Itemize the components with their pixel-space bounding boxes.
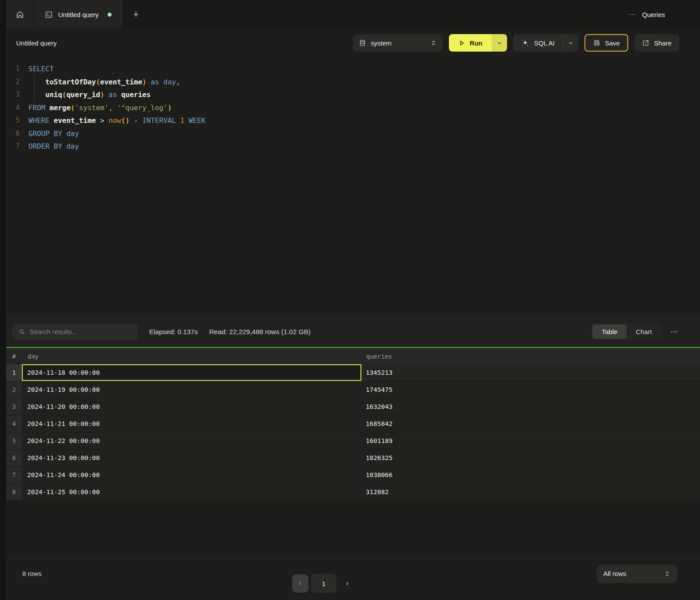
code-content: SELECT <box>28 63 54 76</box>
code-content: GROUP BY day <box>28 127 79 140</box>
queries-cell[interactable]: 1632043 <box>361 398 700 415</box>
row-index-cell[interactable]: 3 <box>6 398 22 415</box>
queries-cell[interactable]: 1745475 <box>361 381 700 398</box>
page-size-select[interactable]: All rows <box>597 565 677 583</box>
unsaved-changes-dot <box>108 13 112 17</box>
elapsed-time: Elapsed: 0.137s <box>149 328 198 336</box>
code-line: 7ORDER BY day <box>6 140 700 153</box>
day-cell[interactable]: 2024-11-23 00:00:00 <box>22 450 361 466</box>
tab-untitled-query[interactable]: Untitled query <box>34 0 122 29</box>
code-line: 3 uniq(query_id) as queries <box>6 88 700 101</box>
day-cell[interactable]: 2024-11-24 00:00:00 <box>22 467 361 483</box>
table-row: 82024-11-25 00:00:00312882 <box>6 484 700 501</box>
search-results-input[interactable] <box>30 328 132 335</box>
current-page-button[interactable]: 1 <box>311 574 336 593</box>
code-content: toStartOfDay(event_time) as day, <box>28 76 180 89</box>
queries-cell[interactable]: 1685842 <box>361 415 700 432</box>
queries-cell[interactable]: 1601189 <box>361 433 700 449</box>
line-number: 4 <box>6 101 28 115</box>
row-index-cell[interactable]: 1 <box>6 364 22 381</box>
next-page-button[interactable] <box>339 574 355 593</box>
day-cell[interactable]: 2024-11-22 00:00:00 <box>22 433 361 449</box>
column-header-queries[interactable]: queries <box>361 348 700 364</box>
query-toolbar: Untitled query system <box>6 29 700 57</box>
results-grid: # day queries 12024-11-18 00:00:00134521… <box>6 348 700 501</box>
rows-read-stats: Read: 22,229,488 rows (1.02 GB) <box>209 328 311 336</box>
main-panel: Untitled query + Queries Untitled query <box>6 0 700 600</box>
database-select[interactable]: system <box>353 34 443 52</box>
column-header-day[interactable]: day <box>22 348 361 364</box>
line-number: 1 <box>6 63 28 76</box>
day-cell[interactable]: 2024-11-25 00:00:00 <box>22 484 361 500</box>
row-index-cell[interactable]: 6 <box>6 450 22 466</box>
pagination: 1 <box>292 574 355 593</box>
table-row: 22024-11-19 00:00:001745475 <box>6 381 700 398</box>
ellipsis-icon[interactable] <box>628 10 636 18</box>
day-cell[interactable]: 2024-11-20 00:00:00 <box>22 398 361 415</box>
previous-page-button[interactable] <box>292 574 308 593</box>
sql-ai-options-button[interactable] <box>563 34 578 52</box>
unfold-chevrons-icon <box>430 39 437 46</box>
run-button-group: Run <box>449 34 507 52</box>
code-line: 1SELECT <box>6 63 700 76</box>
database-icon <box>359 39 366 47</box>
code-content: WHERE event_time > now() - INTERVAL 1 WE… <box>28 114 206 127</box>
tabbar-right: Queries <box>628 0 700 29</box>
table-row: 72024-11-24 00:00:001038066 <box>6 467 700 484</box>
line-number: 5 <box>6 114 28 127</box>
run-button[interactable]: Run <box>449 34 492 52</box>
row-index-cell[interactable]: 2 <box>6 381 22 398</box>
search-results-box[interactable] <box>12 324 138 340</box>
chevron-down-icon <box>496 40 503 46</box>
row-index-cell[interactable]: 7 <box>6 467 22 483</box>
line-number: 2 <box>6 76 28 89</box>
table-row: 12024-11-18 00:00:001345213 <box>6 364 700 381</box>
sql-ai-button-group: SQL AI <box>513 34 578 52</box>
queries-cell[interactable]: 312882 <box>361 484 700 500</box>
save-button-label: Save <box>605 39 620 47</box>
queries-cell[interactable]: 1038066 <box>361 467 700 483</box>
queries-cell[interactable]: 1026325 <box>361 450 700 466</box>
chevron-left-icon <box>297 580 304 587</box>
play-icon <box>458 39 466 47</box>
day-cell[interactable]: 2024-11-18 00:00:00 <box>22 364 361 381</box>
run-options-button[interactable] <box>492 34 507 52</box>
results-more-ellipsis-icon[interactable] <box>670 328 678 336</box>
sql-console-app: Untitled query + Queries Untitled query <box>0 0 700 600</box>
queries-cell[interactable]: 1345213 <box>361 364 700 381</box>
floppy-icon <box>593 39 601 47</box>
sql-editor[interactable]: 1SELECT2 toStartOfDay(event_time) as day… <box>6 57 700 316</box>
page-size-value: All rows <box>603 570 626 577</box>
database-select-value: system <box>371 39 392 47</box>
table-row: 42024-11-21 00:00:001685842 <box>6 415 700 433</box>
code-content: ORDER BY day <box>28 140 79 153</box>
column-header-index[interactable]: # <box>6 353 22 360</box>
sql-ai-button[interactable]: SQL AI <box>513 34 563 52</box>
share-button-label: Share <box>654 39 672 47</box>
results-toolbar: Elapsed: 0.137s Read: 22,229,488 rows (1… <box>6 317 700 347</box>
day-cell[interactable]: 2024-11-21 00:00:00 <box>22 415 361 432</box>
code-line: 5WHERE event_time > now() - INTERVAL 1 W… <box>6 114 700 127</box>
tab-table-view[interactable]: Table <box>592 324 626 339</box>
chevron-right-icon <box>344 580 350 587</box>
row-index-cell[interactable]: 5 <box>6 433 22 449</box>
sql-ai-button-label: SQL AI <box>534 39 555 47</box>
table-row: 62024-11-23 00:00:001026325 <box>6 450 700 467</box>
tab-bar: Untitled query + Queries <box>6 0 700 29</box>
save-button[interactable]: Save <box>584 34 628 52</box>
results-empty-area <box>6 501 700 558</box>
new-tab-button[interactable]: + <box>122 0 150 29</box>
code-line: 4FROM merge('system', '^query_log') <box>6 101 700 115</box>
row-index-cell[interactable]: 8 <box>6 484 22 500</box>
line-number: 7 <box>6 140 28 153</box>
queries-panel-toggle[interactable]: Queries <box>642 11 665 18</box>
table-row: 32024-11-20 00:00:001632043 <box>6 398 700 415</box>
home-tab[interactable] <box>6 0 33 29</box>
code-line: 2 toStartOfDay(event_time) as day, <box>6 76 700 89</box>
tab-chart-view[interactable]: Chart <box>626 324 661 339</box>
day-cell[interactable]: 2024-11-19 00:00:00 <box>22 381 361 398</box>
row-index-cell[interactable]: 4 <box>6 415 22 432</box>
share-button[interactable]: Share <box>634 34 679 52</box>
page-title: Untitled query <box>16 39 57 47</box>
code-lines: 1SELECT2 toStartOfDay(event_time) as day… <box>6 63 700 153</box>
